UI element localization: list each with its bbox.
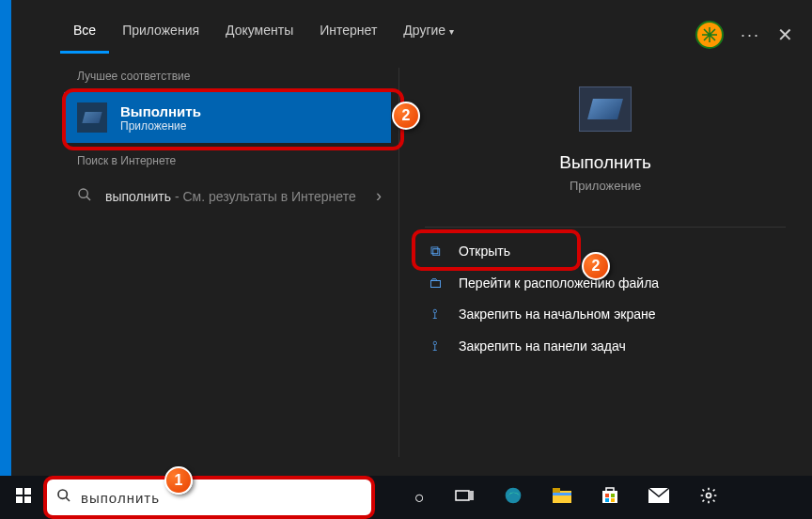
svg-rect-4 [24, 488, 31, 495]
edge-icon[interactable] [504, 486, 523, 510]
action-pin-taskbar[interactable]: ⟟ Закрепить на панели задач [425, 330, 812, 362]
svg-rect-15 [553, 493, 571, 495]
taskbar-search[interactable] [47, 480, 371, 515]
tab-all[interactable]: Все [60, 23, 109, 54]
settings-icon[interactable] [699, 486, 718, 510]
svg-rect-5 [16, 496, 23, 503]
web-search-result[interactable]: выполнить - См. результаты в Интернете › [60, 177, 398, 215]
taskbar-tray: ○ [414, 486, 718, 510]
chevron-right-icon: › [376, 186, 382, 206]
svg-rect-17 [605, 494, 609, 497]
search-icon [47, 488, 81, 507]
run-app-icon [579, 86, 632, 132]
action-pin-start[interactable]: ⟟ Закрепить на начальном экране [425, 298, 812, 330]
svg-rect-14 [553, 488, 560, 493]
actions-list: ⧉ Открыть 🗀 Перейти к расположению файла… [398, 235, 812, 362]
best-match-title: Выполнить [120, 103, 201, 119]
search-panel: Все Приложения Документы Интернет Другие… [11, 0, 812, 519]
results-column: Лучшее соответствие Выполнить Приложение… [60, 58, 398, 476]
close-icon[interactable]: ✕ [777, 24, 793, 46]
svg-point-12 [506, 487, 522, 503]
svg-rect-9 [456, 491, 469, 500]
best-match-result[interactable]: Выполнить Приложение [64, 92, 391, 143]
pin-icon: ⟟ [425, 306, 445, 322]
action-open[interactable]: ⧉ Открыть [425, 235, 812, 267]
svg-rect-16 [602, 491, 617, 503]
web-result-text: выполнить - См. результаты в Интернете [105, 189, 376, 204]
tab-other[interactable]: Другие▾ [390, 23, 467, 54]
search-icon [77, 187, 92, 206]
hero-subtitle: Приложение [398, 179, 812, 193]
svg-point-1 [79, 189, 87, 197]
content: Лучшее соответствие Выполнить Приложение… [60, 58, 812, 476]
svg-point-7 [58, 490, 67, 498]
annotation-badge-1: 1 [164, 466, 193, 495]
hero: Выполнить Приложение [398, 86, 812, 193]
web-search-label: Поиск в Интернете [60, 143, 398, 177]
search-input[interactable] [81, 490, 371, 506]
chevron-down-icon: ▾ [449, 26, 454, 37]
start-button[interactable] [0, 488, 47, 508]
svg-rect-19 [605, 498, 609, 502]
explorer-icon[interactable] [553, 488, 571, 508]
user-avatar[interactable] [695, 21, 724, 49]
best-match-container: Выполнить Приложение [60, 92, 398, 143]
task-view-icon[interactable] [455, 488, 474, 508]
svg-rect-6 [24, 496, 31, 503]
tab-documents[interactable]: Документы [212, 23, 306, 54]
svg-rect-20 [611, 498, 615, 502]
svg-rect-3 [16, 488, 23, 495]
accent-strip [0, 0, 11, 519]
action-file-location[interactable]: 🗀 Перейти к расположению файла [425, 267, 812, 298]
annotation-badge-2: 2 [392, 102, 420, 130]
cortana-icon[interactable]: ○ [414, 488, 425, 508]
folder-icon: 🗀 [425, 275, 445, 291]
taskbar: ○ [0, 476, 812, 519]
tab-internet[interactable]: Интернет [306, 23, 390, 54]
open-icon: ⧉ [425, 243, 445, 260]
tab-apps[interactable]: Приложения [109, 23, 212, 54]
best-match-label: Лучшее соответствие [60, 58, 398, 92]
pin-icon: ⟟ [425, 338, 445, 354]
svg-line-8 [66, 497, 70, 501]
svg-point-22 [706, 493, 710, 497]
svg-rect-18 [611, 494, 615, 497]
divider [425, 227, 786, 228]
hero-title: Выполнить [398, 152, 812, 173]
svg-line-2 [86, 197, 90, 200]
best-match-subtitle: Приложение [120, 119, 201, 133]
run-app-icon [77, 102, 107, 133]
more-options-icon[interactable]: ··· [741, 25, 760, 45]
mail-icon[interactable] [648, 488, 669, 508]
store-icon[interactable] [601, 487, 618, 509]
top-actions: ··· ✕ [695, 21, 793, 49]
annotation-badge-3: 2 [582, 252, 610, 280]
